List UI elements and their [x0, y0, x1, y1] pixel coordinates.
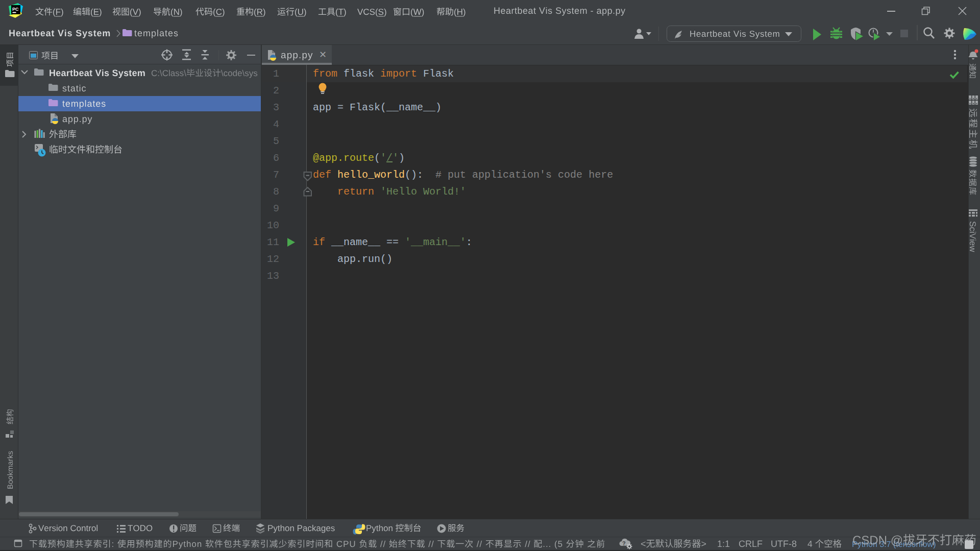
svg-text:PC: PC	[12, 7, 19, 12]
svg-text:?: ?	[622, 540, 626, 546]
